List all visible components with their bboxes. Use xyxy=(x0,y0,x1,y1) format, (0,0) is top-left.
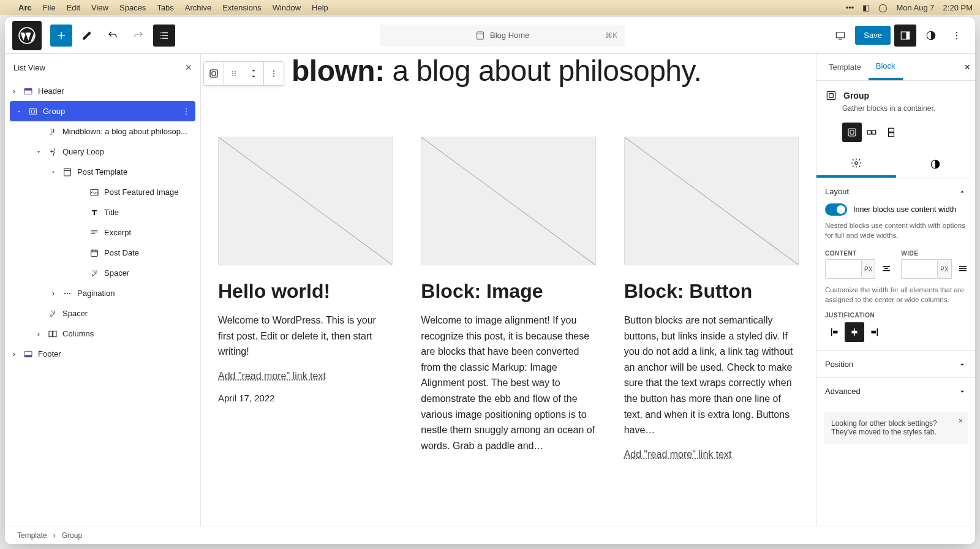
group-block-icon xyxy=(27,107,39,116)
listview-item-spacer2[interactable]: Spacer xyxy=(5,303,200,324)
notice-close-button[interactable]: × xyxy=(959,417,963,425)
listview-item-group[interactable]: Group xyxy=(10,101,195,121)
listview-item-excerpt[interactable]: Excerpt xyxy=(5,222,200,243)
featured-image-placeholder[interactable] xyxy=(218,137,393,265)
post-card[interactable]: Block: Button Button blocks are not sema… xyxy=(624,137,799,471)
wordpress-logo[interactable] xyxy=(12,21,42,50)
menu-tabs[interactable]: Tabs xyxy=(157,3,173,12)
styles-button[interactable] xyxy=(920,25,942,47)
menu-extensions[interactable]: Extensions xyxy=(222,3,262,12)
more-options-button[interactable] xyxy=(946,25,968,47)
add-block-button[interactable] xyxy=(50,25,72,47)
move-buttons[interactable] xyxy=(244,62,263,85)
post-date[interactable]: April 17, 2022 xyxy=(218,393,393,403)
tools-button[interactable] xyxy=(76,25,98,47)
listview-item-heading[interactable]: Mindblown: a blog about philosop... xyxy=(5,121,200,142)
drag-handle[interactable] xyxy=(224,62,244,85)
post-card[interactable]: Block: Image Welcome to image alignment!… xyxy=(421,137,595,471)
keyboard-shortcut: ⌘K xyxy=(605,31,617,40)
menubar-dots-icon[interactable]: ••• xyxy=(846,3,854,12)
listview-item-posttemplate[interactable]: Post Template xyxy=(5,162,200,182)
content-width-toggle[interactable] xyxy=(825,203,847,216)
menubar-date[interactable]: Mon Aug 7 xyxy=(896,3,934,12)
block-type-button[interactable] xyxy=(204,62,224,85)
wide-unit[interactable]: PX xyxy=(938,259,951,279)
svg-point-15 xyxy=(186,113,187,115)
menu-archive[interactable]: Archive xyxy=(185,3,211,12)
tab-block[interactable]: Block xyxy=(869,54,903,80)
inspector-close-button[interactable]: × xyxy=(965,62,970,73)
featured-image-placeholder[interactable] xyxy=(624,137,799,265)
menu-window[interactable]: Window xyxy=(273,3,301,12)
svg-point-34 xyxy=(273,70,274,72)
listview-close-button[interactable]: × xyxy=(185,61,192,74)
post-title[interactable]: Block: Button xyxy=(624,280,799,303)
listview-item-footer[interactable]: ›Footer xyxy=(5,344,200,364)
justify-left-button[interactable] xyxy=(825,322,845,342)
document-bar[interactable]: Blog Home ⌘K xyxy=(380,25,625,47)
svg-rect-43 xyxy=(850,131,854,134)
variation-row[interactable] xyxy=(862,123,881,142)
justify-right-button[interactable] xyxy=(864,322,884,342)
tab-template[interactable]: Template xyxy=(821,55,869,79)
breadcrumb-group[interactable]: Group xyxy=(62,531,82,540)
svg-rect-44 xyxy=(867,131,871,134)
menu-help[interactable]: Help xyxy=(312,3,328,12)
subtab-styles[interactable] xyxy=(896,151,976,178)
menu-file[interactable]: File xyxy=(43,3,56,12)
svg-rect-27 xyxy=(212,72,216,75)
listview-item-postdate[interactable]: Post Date xyxy=(5,243,200,263)
editor-canvas[interactable]: blown: a blog about philosophy. Hello wo… xyxy=(201,54,816,526)
menubar-circle-icon[interactable]: ◯ xyxy=(878,3,888,12)
menu-view[interactable]: View xyxy=(91,3,108,12)
listview-item-spacer1[interactable]: Spacer xyxy=(5,263,200,283)
justify-center-button[interactable] xyxy=(845,322,864,342)
content-width-input[interactable] xyxy=(825,259,862,279)
wide-width-input[interactable] xyxy=(901,259,938,279)
readmore-link[interactable]: Add "read more" link text xyxy=(624,449,732,460)
position-section-header[interactable]: Position xyxy=(825,360,967,369)
menubar-time[interactable]: 2:20 PM xyxy=(943,3,973,12)
save-button[interactable]: Save xyxy=(855,26,891,45)
post-excerpt[interactable]: Welcome to WordPress. This is your first… xyxy=(218,312,393,360)
listview-item-more-icon[interactable] xyxy=(182,107,190,116)
listview-item-header[interactable]: ›Header xyxy=(5,81,200,101)
listview-button[interactable] xyxy=(153,25,175,47)
content-unit[interactable]: PX xyxy=(862,259,875,279)
page-heading[interactable]: blown: a blog about philosophy. xyxy=(292,54,799,88)
view-button[interactable] xyxy=(829,25,851,47)
wide-align-icon[interactable] xyxy=(954,259,971,279)
content-align-icon[interactable] xyxy=(878,259,895,279)
post-title[interactable]: Block: Image xyxy=(421,280,595,303)
redo-button[interactable] xyxy=(127,25,149,47)
svg-point-20 xyxy=(67,293,68,294)
settings-panel-button[interactable] xyxy=(894,25,916,47)
post-title[interactable]: Hello world! xyxy=(218,280,393,303)
listview-item-queryloop[interactable]: Query Loop xyxy=(5,142,200,162)
featured-image-placeholder[interactable] xyxy=(421,137,595,265)
app-name[interactable]: Arc xyxy=(18,3,32,12)
spacer-block-icon xyxy=(47,309,59,318)
layout-section-header[interactable]: Layout xyxy=(825,187,967,196)
undo-button[interactable] xyxy=(102,25,124,47)
listview-item-columns[interactable]: ›Columns xyxy=(5,324,200,344)
columns-block-icon xyxy=(47,329,59,339)
block-more-button[interactable] xyxy=(264,62,284,85)
menu-spaces[interactable]: Spaces xyxy=(119,3,146,12)
advanced-section-header[interactable]: Advanced xyxy=(825,387,967,396)
variation-stack[interactable] xyxy=(881,123,901,142)
subtab-settings[interactable] xyxy=(816,151,896,178)
menu-edit[interactable]: Edit xyxy=(67,3,80,12)
svg-rect-18 xyxy=(91,250,98,256)
breadcrumb-template[interactable]: Template xyxy=(17,531,47,540)
listview-item-pagination[interactable]: ›Pagination xyxy=(5,283,200,303)
block-toolbar xyxy=(203,61,284,86)
post-card[interactable]: Hello world! Welcome to WordPress. This … xyxy=(218,137,393,471)
menubar-status-icon[interactable]: ◧ xyxy=(862,3,870,12)
post-excerpt[interactable]: Button blocks are not semantically butto… xyxy=(624,312,799,438)
variation-group[interactable] xyxy=(842,123,862,142)
listview-item-title[interactable]: Title xyxy=(5,202,200,222)
post-excerpt[interactable]: Welcome to image alignment! If you recog… xyxy=(421,312,595,453)
listview-item-featuredimage[interactable]: Post Featured Image xyxy=(5,182,200,202)
readmore-link[interactable]: Add "read more" link text xyxy=(218,371,326,382)
